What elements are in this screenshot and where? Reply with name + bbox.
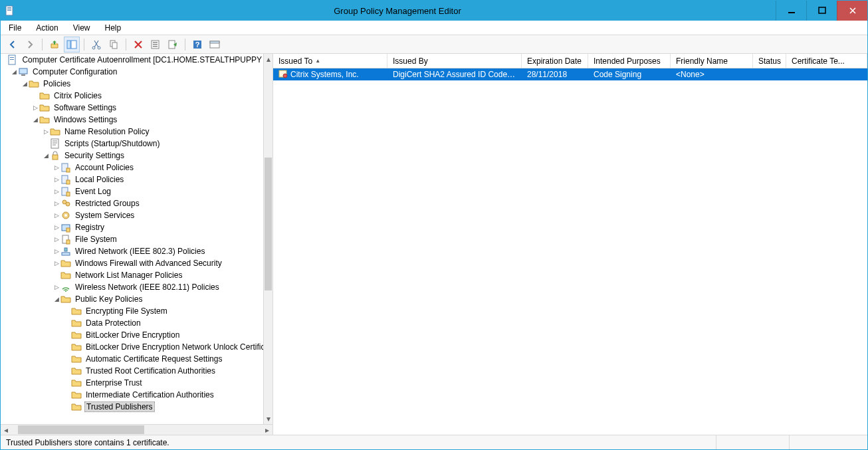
- folder-icon: [29, 78, 39, 89]
- tree-node-security-settings[interactable]: ◢ Security Settings: [1, 150, 263, 162]
- gear-icon: [60, 210, 71, 221]
- scroll-up-icon[interactable]: ▴: [264, 54, 272, 64]
- tree-label: Wireless Network (IEEE 802.11) Policies: [74, 282, 221, 292]
- scroll-left-icon[interactable]: ◂: [1, 425, 11, 435]
- tree-node-file-system[interactable]: ▷File System: [1, 233, 263, 245]
- tree-node-name-resolution[interactable]: ▷ Name Resolution Policy: [1, 126, 263, 138]
- column-purposes[interactable]: Intended Purposes: [588, 54, 671, 68]
- tree-node-scripts[interactable]: Scripts (Startup/Shutdown): [1, 138, 263, 150]
- expand-icon[interactable]: ▷: [53, 284, 60, 290]
- tree-node-computer-config[interactable]: ◢ Computer Configuration: [1, 66, 263, 78]
- forward-button[interactable]: [22, 37, 38, 53]
- svg-text:?: ?: [195, 41, 200, 49]
- collapse-icon[interactable]: ◢: [10, 68, 18, 75]
- tree-node-wired-network[interactable]: ▷Wired Network (IEEE 802.3) Policies: [1, 245, 263, 257]
- svg-rect-20: [210, 41, 219, 43]
- column-issued-by[interactable]: Issued By: [387, 54, 522, 68]
- app-icon: [5, 5, 15, 16]
- svg-rect-23: [10, 59, 14, 60]
- cut-button[interactable]: [88, 37, 104, 53]
- tree-node-intermediate-ca[interactable]: Intermediate Certification Authorities: [1, 389, 263, 401]
- tree-scroll-area: Computer Certificate Autoenrollment [DC1…: [1, 54, 272, 424]
- menu-help[interactable]: Help: [102, 22, 124, 34]
- close-button[interactable]: [837, 1, 867, 21]
- tree-node-wireless[interactable]: ▷Wireless Network (IEEE 802.11) Policies: [1, 281, 263, 293]
- tree-node-system-services[interactable]: ▷System Services: [1, 209, 263, 221]
- tree-node-registry[interactable]: ▷Registry: [1, 221, 263, 233]
- expand-icon[interactable]: ▷: [53, 176, 60, 183]
- folder-icon: [71, 354, 82, 364]
- column-expiration[interactable]: Expiration Date: [522, 54, 588, 68]
- list-row[interactable]: Citrix Systems, Inc. DigiCert SHA2 Assur…: [273, 68, 867, 80]
- tree-node-root[interactable]: Computer Certificate Autoenrollment [DC1…: [1, 54, 263, 66]
- column-label: Status: [758, 56, 781, 66]
- tree-node-bitlocker-network[interactable]: BitLocker Drive Encryption Network Unloc…: [1, 341, 263, 353]
- tree-node-restricted-groups[interactable]: ▷Restricted Groups: [1, 197, 263, 209]
- column-template[interactable]: Certificate Te...: [786, 54, 867, 68]
- menu-view[interactable]: View: [70, 22, 93, 34]
- tree-node-event-log[interactable]: ▷Event Log: [1, 185, 263, 197]
- tree-node-bitlocker[interactable]: BitLocker Drive Encryption: [1, 329, 263, 341]
- help-button[interactable]: ?: [189, 37, 205, 53]
- tree-node-data-protection[interactable]: Data Protection: [1, 317, 263, 329]
- collapse-icon[interactable]: ◢: [31, 116, 39, 123]
- column-issued-to[interactable]: Issued To▲: [273, 54, 387, 68]
- minimize-button[interactable]: [776, 1, 806, 21]
- expand-icon[interactable]: ▷: [42, 128, 50, 135]
- expand-icon[interactable]: ▷: [53, 212, 60, 219]
- computer-icon: [18, 66, 29, 77]
- options-button[interactable]: [207, 37, 223, 53]
- expand-icon[interactable]: ▷: [53, 248, 60, 255]
- scroll-thumb[interactable]: [18, 425, 144, 434]
- menu-file[interactable]: File: [6, 22, 24, 34]
- tree-node-local-policies[interactable]: ▷Local Policies: [1, 173, 263, 185]
- expand-icon[interactable]: ▷: [53, 188, 60, 195]
- collapse-icon[interactable]: ◢: [42, 152, 50, 159]
- tree-label: Data Protection: [84, 318, 142, 328]
- tree-node-public-key[interactable]: ◢ Public Key Policies: [1, 293, 263, 305]
- vertical-scrollbar[interactable]: ▴ ▾: [263, 54, 272, 424]
- tree-node-network-list[interactable]: Network List Manager Policies: [1, 269, 263, 281]
- expand-icon[interactable]: ▷: [31, 104, 39, 111]
- scroll-thumb[interactable]: [265, 158, 272, 290]
- tree-node-citrix-policies[interactable]: Citrix Policies: [1, 90, 263, 102]
- tree-node-policies[interactable]: ◢ Policies: [1, 78, 263, 90]
- collapse-icon[interactable]: ◢: [53, 296, 60, 302]
- column-status[interactable]: Status: [753, 54, 786, 68]
- scroll-down-icon[interactable]: ▾: [264, 413, 272, 424]
- column-friendly-name[interactable]: Friendly Name: [671, 54, 753, 68]
- tree[interactable]: Computer Certificate Autoenrollment [DC1…: [1, 54, 263, 424]
- svg-rect-15: [153, 46, 158, 47]
- tree-node-windows-settings[interactable]: ◢ Windows Settings: [1, 114, 263, 126]
- expand-icon[interactable]: ▷: [53, 260, 60, 267]
- svg-rect-14: [153, 44, 158, 45]
- list-pane: Issued To▲ Issued By Expiration Date Int…: [273, 54, 867, 435]
- tree-node-firewall[interactable]: ▷Windows Firewall with Advanced Security: [1, 257, 263, 269]
- horizontal-scrollbar[interactable]: ◂ ▸: [1, 424, 272, 435]
- tree-node-trusted-publishers[interactable]: Trusted Publishers: [1, 401, 263, 413]
- tree-node-trusted-root[interactable]: Trusted Root Certification Authorities: [1, 365, 263, 377]
- back-button[interactable]: [5, 37, 21, 53]
- tree-label: Trusted Publishers: [84, 401, 155, 412]
- collapse-icon[interactable]: ◢: [21, 80, 29, 87]
- properties-button[interactable]: [148, 37, 163, 53]
- show-hide-tree-button[interactable]: [64, 37, 80, 53]
- script-icon: [50, 138, 60, 149]
- tree-node-software-settings[interactable]: ▷ Software Settings: [1, 102, 263, 114]
- expand-icon[interactable]: ▷: [53, 224, 60, 231]
- expand-icon[interactable]: ▷: [53, 200, 60, 207]
- tree-node-efs[interactable]: Encrypting File System: [1, 305, 263, 317]
- copy-button[interactable]: [106, 37, 122, 53]
- up-button[interactable]: [47, 37, 62, 53]
- tree-node-account-policies[interactable]: ▷Account Policies: [1, 162, 263, 173]
- scroll-right-icon[interactable]: ▸: [262, 425, 272, 435]
- menu-action[interactable]: Action: [33, 22, 60, 34]
- expand-icon[interactable]: ▷: [53, 164, 60, 171]
- tree-node-enterprise-trust[interactable]: Enterprise Trust: [1, 377, 263, 389]
- maximize-button[interactable]: [806, 1, 837, 21]
- tree-node-auto-cert[interactable]: Automatic Certificate Request Settings: [1, 353, 263, 365]
- policy-icon: [60, 174, 71, 185]
- delete-button[interactable]: [130, 37, 146, 53]
- expand-icon[interactable]: ▷: [53, 236, 60, 243]
- export-button[interactable]: [165, 37, 181, 53]
